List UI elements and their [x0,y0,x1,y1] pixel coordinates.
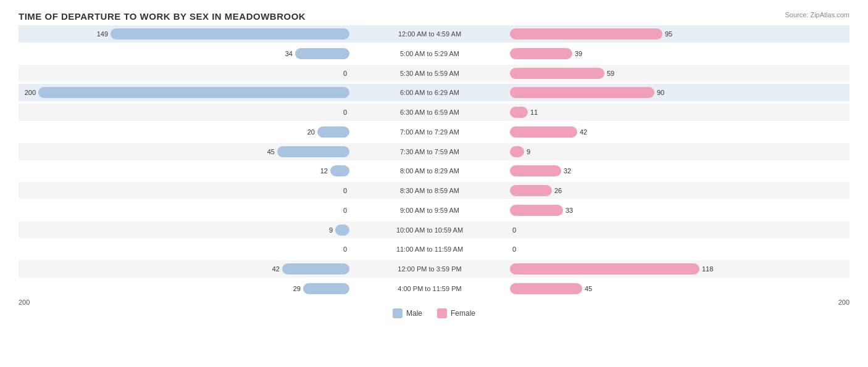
left-bar-area: 0 [19,104,352,121]
legend-male: Male [393,308,422,318]
legend-female-icon [437,308,447,318]
right-bar-area: 59 [507,65,841,82]
table-row: 42 12:00 PM to 3:59 PM 118 [19,260,849,278]
right-bar-area: 0 [507,241,841,258]
male-value: 200 [19,89,36,96]
male-bar [282,263,349,274]
time-label: 11:00 AM to 11:59 AM [352,245,507,253]
left-bar-area: 0 [19,202,352,219]
left-bar-area: 20 [19,123,352,141]
male-value: 29 [283,285,301,292]
table-row: 0 6:30 AM to 6:59 AM 11 [19,104,849,121]
table-row: 34 5:00 AM to 5:29 AM 39 [19,45,849,62]
right-bar-area: 39 [507,45,841,62]
chart-area: 149 12:00 AM to 4:59 AM 95 34 5:00 AM to… [19,25,849,320]
time-label: 10:00 AM to 10:59 AM [352,226,507,234]
male-bar [317,126,349,138]
time-label: 6:00 AM to 6:29 AM [352,89,507,96]
table-row: 0 11:00 AM to 11:59 AM 0 [19,241,849,258]
female-bar [510,126,577,138]
female-bar [510,87,654,98]
female-value: 118 [702,265,719,273]
female-bar [510,107,528,118]
male-value: 12 [311,167,328,175]
female-bar [510,68,604,79]
legend-female: Female [437,308,475,318]
axis-right: 200 [838,299,849,306]
left-bar-area: 9 [19,221,352,239]
time-label: 8:30 AM to 8:59 AM [352,187,507,194]
female-bar [510,165,561,176]
right-bar-area: 9 [507,143,841,160]
table-row: 20 7:00 AM to 7:29 AM 42 [19,123,849,141]
legend-male-label: Male [406,309,422,318]
left-bar-area: 12 [19,162,352,179]
male-value: 0 [330,187,347,194]
time-label: 7:30 AM to 7:59 AM [352,148,507,155]
female-bar [510,48,572,59]
male-value: 0 [330,70,347,77]
left-bar-area: 0 [19,182,352,199]
male-bar [335,225,349,236]
female-value: 59 [607,70,624,77]
left-bar-area: 29 [19,280,352,297]
male-bar [330,165,349,176]
right-bar-area: 118 [507,260,841,278]
axis-labels: 200 200 [19,297,849,306]
female-value: 45 [585,285,602,292]
female-value: 11 [530,109,548,116]
right-bar-area: 42 [507,123,841,141]
right-bar-area: 33 [507,202,841,219]
left-bar-area: 0 [19,65,352,82]
legend-female-label: Female [451,309,475,318]
female-bar [510,28,662,39]
table-row: 9 10:00 AM to 10:59 AM 0 [19,221,849,239]
male-value: 0 [330,207,347,214]
axis-left: 200 [19,299,30,306]
left-bar-area: 0 [19,241,352,258]
male-bar [38,87,349,98]
right-bar-area: 95 [507,25,841,43]
female-value: 42 [580,128,597,136]
male-value: 42 [262,265,280,273]
right-bar-area: 11 [507,104,841,121]
left-bar-area: 45 [19,143,352,160]
table-row: 149 12:00 AM to 4:59 AM 95 [19,25,849,43]
female-bar [510,263,699,274]
time-label: 5:30 AM to 5:59 AM [352,70,507,77]
right-bar-area: 0 [507,221,841,239]
female-bar [510,185,552,196]
female-value: 0 [512,226,530,234]
time-label: 9:00 AM to 9:59 AM [352,207,507,214]
female-value: 33 [565,207,583,214]
right-bar-area: 45 [507,280,841,297]
left-bar-area: 42 [19,260,352,278]
female-value: 26 [554,187,572,194]
female-value: 32 [564,167,581,175]
right-bar-area: 90 [507,84,841,101]
male-bar [111,28,349,39]
table-row: 0 8:30 AM to 8:59 AM 26 [19,182,849,199]
male-bar [295,48,349,59]
chart-container: TIME OF DEPARTURE TO WORK BY SEX IN MEAD… [0,0,868,367]
rows-container: 149 12:00 AM to 4:59 AM 95 34 5:00 AM to… [19,25,849,297]
right-bar-area: 32 [507,162,841,179]
male-value: 34 [275,50,293,57]
male-value: 0 [330,109,347,116]
female-bar [510,205,563,216]
legend-male-icon [393,308,403,318]
time-label: 5:00 AM to 5:29 AM [352,50,507,57]
male-value: 45 [257,148,275,155]
table-row: 0 9:00 AM to 9:59 AM 33 [19,202,849,219]
male-value: 0 [330,245,347,253]
legend: Male Female [19,308,849,318]
female-value: 39 [575,50,592,57]
table-row: 200 6:00 AM to 6:29 AM 90 [19,84,849,101]
male-bar [303,283,349,294]
table-row: 29 4:00 PM to 11:59 PM 45 [19,280,849,297]
female-value: 90 [657,89,674,96]
female-value: 95 [665,30,682,38]
chart-title: TIME OF DEPARTURE TO WORK BY SEX IN MEAD… [19,11,849,22]
source-label: Source: ZipAtlas.com [785,11,849,19]
table-row: 45 7:30 AM to 7:59 AM 9 [19,143,849,160]
